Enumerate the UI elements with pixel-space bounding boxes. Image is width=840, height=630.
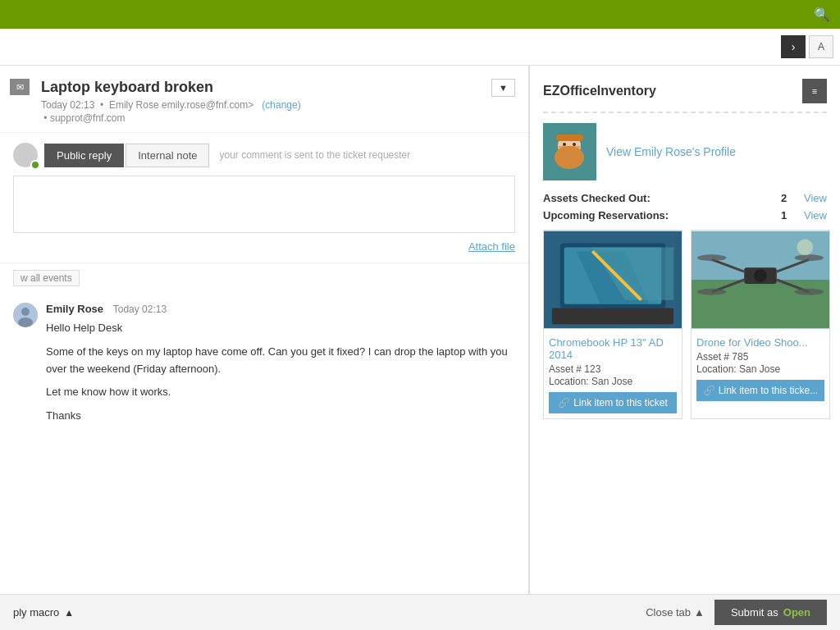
svg-point-7 [573, 143, 576, 146]
svg-point-28 [797, 240, 813, 256]
submit-button[interactable]: Submit as Open [714, 600, 827, 625]
reply-avatar [13, 143, 38, 167]
svg-rect-17 [692, 280, 829, 328]
ticket-title: Laptop keyboard broken [41, 79, 515, 96]
asset-number-2: Asset # 785 [696, 351, 824, 363]
msg-content: Emily Rose Today 02:13 Hello Help Desk S… [46, 303, 515, 431]
right-panel-icon[interactable]: ≡ [802, 79, 827, 103]
link-ticket-btn-2[interactable]: 🔗 Link item to this ticke... [696, 380, 824, 401]
user-profile-row: View Emily Rose's Profile [543, 123, 827, 180]
events-section: w all events Emily Rose Today 02:13 [0, 263, 528, 445]
link-icon-2: 🔗 [703, 385, 715, 396]
ticket-time: Today 02:13 [41, 99, 94, 111]
ticket-dropdown[interactable]: ▼ [491, 79, 515, 97]
nav-bar: › A [0, 29, 840, 66]
msg-time: Today 02:13 [113, 304, 167, 315]
attach-file-link[interactable]: Attach file [468, 240, 515, 253]
msg-line4: Thanks [46, 408, 515, 425]
attach-file-row: Attach file [13, 240, 515, 253]
ticket-email: emily.rose@fnf.com> [162, 99, 253, 111]
asset-info-2: Drone for Video Shoo... Asset # 785 Loca… [692, 331, 829, 406]
view-profile-link[interactable]: View Emily Rose's Profile [606, 145, 736, 158]
search-icon[interactable]: 🔍 [814, 7, 830, 22]
svg-rect-5 [556, 135, 583, 141]
msg-line2: Some of the keys on my laptop have come … [46, 344, 515, 378]
upcoming-view-link[interactable]: View [804, 209, 827, 221]
svg-point-8 [555, 146, 584, 169]
msg-header: Emily Rose Today 02:13 [46, 303, 515, 315]
nav-tab[interactable]: A [809, 35, 833, 58]
asset-number-1: Asset # 123 [549, 363, 677, 375]
ticket-author: Emily Rose [109, 99, 159, 111]
msg-author: Emily Rose [46, 303, 103, 315]
internal-note-tab[interactable]: Internal note [126, 144, 209, 167]
right-panel: EZOfficeInventory ≡ View Emily Rose's Pr… [529, 66, 840, 594]
svg-point-24 [697, 254, 727, 261]
change-link[interactable]: (change) [262, 99, 300, 111]
svg-point-1 [21, 308, 30, 316]
asset-name-1[interactable]: Chromebook HP 13'' AD 2014 [549, 336, 677, 361]
main-container: ✉ Laptop keyboard broken Today 02:13 • E… [0, 66, 840, 594]
user-avatar-large [543, 123, 596, 180]
ticket-meta: Today 02:13 • Emily Rose emily.rose@fnf.… [41, 99, 515, 111]
ticket-support-email: • supprot@fnf.com [41, 112, 515, 124]
msg-text: Hello Help Desk Some of the keys on my l… [46, 320, 515, 425]
top-bar: 🔍 [0, 0, 840, 29]
macro-label: ply macro [13, 606, 59, 619]
public-reply-tab[interactable]: Public reply [44, 144, 124, 167]
upcoming-reservations-row: Upcoming Reservations: 1 View [543, 209, 827, 221]
reply-hint: your comment is sent to the ticket reque… [219, 149, 410, 161]
upcoming-reservations-value: 1 [781, 209, 797, 221]
asset-info-1: Chromebook HP 13'' AD 2014 Asset # 123 L… [544, 331, 682, 418]
show-all-events[interactable]: w all events [13, 270, 80, 286]
reply-area: Public reply Internal note your comment … [0, 133, 528, 263]
asset-card-2: Drone for Video Shoo... Asset # 785 Loca… [691, 230, 830, 419]
upcoming-reservations-label: Upcoming Reservations: [543, 209, 774, 221]
svg-point-19 [754, 269, 767, 282]
assets-checked-out-label: Assets Checked Out: [543, 192, 774, 204]
macro-dropdown[interactable]: ply macro ▲ [13, 606, 74, 619]
reply-tabs: Public reply Internal note your comment … [13, 143, 515, 167]
ticket-icon: ✉ [10, 79, 30, 95]
submit-status: Open [783, 606, 810, 619]
macro-arrow-icon: ▲ [64, 607, 74, 619]
svg-point-25 [795, 254, 824, 261]
left-panel: ✉ Laptop keyboard broken Today 02:13 • E… [0, 66, 529, 594]
msg-avatar [13, 303, 38, 327]
close-tab-button[interactable]: Close tab ▲ [646, 606, 705, 619]
ticket-header: ✉ Laptop keyboard broken Today 02:13 • E… [0, 66, 528, 133]
msg-line1: Hello Help Desk [46, 320, 515, 337]
link-ticket-btn-1[interactable]: 🔗 Link item to this ticket [549, 392, 677, 413]
svg-point-2 [18, 317, 33, 327]
assets-checked-out-row: Assets Checked Out: 2 View [543, 192, 827, 204]
submit-label: Submit as [731, 606, 778, 619]
link-icon-1: 🔗 [558, 397, 570, 409]
message-block: Emily Rose Today 02:13 Hello Help Desk S… [13, 296, 515, 438]
bottom-bar: ply macro ▲ Close tab ▲ Submit as Open [0, 594, 840, 630]
msg-line3: Let me know how it works. [46, 384, 515, 401]
right-panel-title: EZOfficeInventory [543, 84, 656, 98]
assets-view-link[interactable]: View [804, 192, 827, 204]
avatar-badge [30, 160, 40, 170]
assets-grid: Chromebook HP 13'' AD 2014 Asset # 123 L… [543, 230, 827, 419]
close-tab-arrow: ▲ [694, 606, 705, 619]
assets-checked-out-value: 2 [781, 192, 797, 204]
svg-point-6 [563, 143, 566, 146]
asset-location-2: Location: San Jose [696, 363, 824, 375]
svg-point-27 [795, 289, 824, 295]
svg-rect-14 [552, 308, 673, 325]
asset-location-1: Location: San Jose [549, 376, 677, 387]
asset-card-1: Chromebook HP 13'' AD 2014 Asset # 123 L… [543, 230, 682, 419]
asset-name-2[interactable]: Drone for Video Shoo... [696, 336, 824, 349]
bottom-right: Close tab ▲ Submit as Open [646, 600, 827, 625]
reply-input[interactable] [13, 176, 515, 233]
close-tab-label: Close tab [646, 606, 691, 619]
forward-button[interactable]: › [781, 35, 806, 58]
svg-point-26 [697, 289, 727, 295]
right-panel-header: EZOfficeInventory ≡ [543, 79, 827, 113]
